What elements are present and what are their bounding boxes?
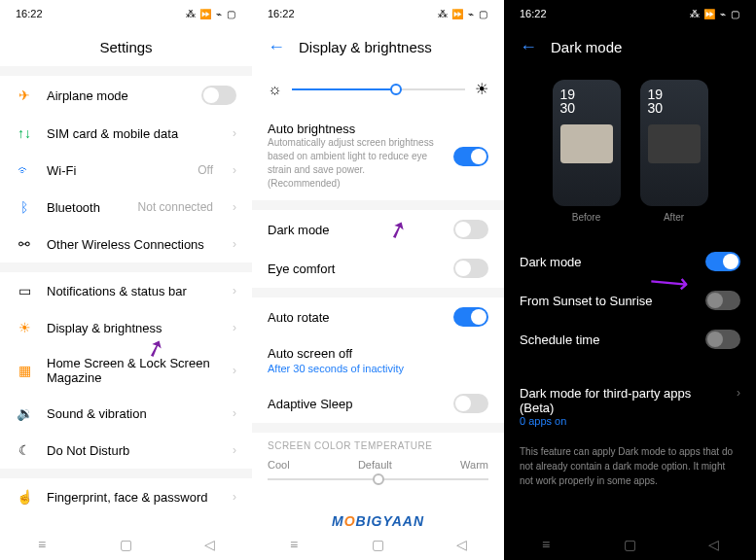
label: Fingerprint, face & password: [47, 490, 219, 505]
label: Eye comfort: [268, 262, 440, 276]
toggle-eye-comfort[interactable]: [453, 259, 488, 278]
divider: [252, 423, 504, 433]
status-icons: ⁂ ⏩ ⌁ ▢: [690, 9, 740, 19]
toggle-auto-rotate[interactable]: [453, 307, 488, 327]
sidebar-item[interactable]: ᯤWi-FiOff›: [0, 152, 252, 189]
fingerprint-face-password-icon: ☝: [16, 488, 33, 506]
toggle-auto-brightness[interactable]: [453, 147, 488, 166]
nav-recents-icon[interactable]: ≡: [34, 537, 50, 552]
temp-cool: Cool: [268, 459, 290, 471]
toggle-schedule[interactable]: [705, 330, 740, 349]
page-title: Display & brightness: [299, 39, 432, 55]
label: Wi-Fi: [47, 163, 184, 178]
brightness-slider[interactable]: [292, 88, 465, 90]
settings-list: ✈Airplane mode↑↓SIM card & mobile data›ᯤ…: [0, 76, 252, 560]
temp-default: Default: [358, 459, 392, 471]
chevron-right-icon: ›: [233, 284, 236, 298]
phone-before: 19 30: [553, 80, 621, 206]
label: Auto screen off: [268, 346, 352, 361]
back-icon[interactable]: ←: [268, 37, 285, 57]
row-auto-brightness[interactable]: Auto brightness Automatically adjust scr…: [252, 112, 504, 200]
nav-home-icon[interactable]: ▢: [622, 537, 637, 552]
row-schedule-time[interactable]: Schedule time: [504, 320, 756, 359]
nav-bar: ≡ ▢ ◁: [0, 529, 252, 560]
nav-back-icon[interactable]: ◁: [706, 537, 722, 552]
status-bar: 16:22 ⁂ ⏩ ⌁ ▢: [0, 0, 252, 27]
phone-after: 19 30: [640, 80, 708, 206]
panel-dark-mode: 16:22 ⁂ ⏩ ⌁ ▢ ← Dark mode 19 30 Before 1…: [504, 0, 756, 560]
chevron-right-icon: ›: [233, 237, 236, 251]
label: From Sunset to Sunrise: [520, 294, 692, 308]
do-not-disturb-icon: ☾: [16, 441, 33, 459]
label: Home Screen & Lock Screen Magazine: [47, 356, 219, 385]
row-auto-rotate[interactable]: Auto rotate: [252, 298, 504, 336]
panel-settings: 16:22 ⁂ ⏩ ⌁ ▢ Settings ✈Airplane mode↑↓S…: [0, 0, 252, 560]
chevron-right-icon: ›: [233, 126, 236, 140]
row-adaptive-sleep[interactable]: Adaptive Sleep: [252, 384, 504, 423]
status-icons: ⁂ ⏩ ⌁ ▢: [186, 9, 236, 19]
toggle-dark-mode[interactable]: [705, 252, 740, 271]
nav-home-icon[interactable]: ▢: [370, 537, 385, 552]
row-dark-mode[interactable]: Dark mode: [504, 242, 756, 281]
divider: [0, 66, 252, 76]
back-icon[interactable]: ←: [520, 37, 537, 57]
chevron-right-icon: ›: [233, 163, 236, 177]
status-time: 16:22: [268, 8, 295, 19]
label: Auto brightness: [268, 122, 440, 136]
chevron-right-icon: ›: [233, 490, 236, 504]
divider: [504, 228, 756, 242]
sidebar-item[interactable]: ☾Do Not Disturb›: [0, 432, 252, 469]
label: Airplane mode: [47, 88, 188, 103]
temp-warm: Warm: [460, 459, 488, 471]
nav-back-icon[interactable]: ◁: [454, 537, 470, 552]
label: Sound & vibration: [47, 406, 219, 421]
nav-back-icon[interactable]: ◁: [202, 537, 218, 552]
toggle-adaptive-sleep[interactable]: [453, 394, 488, 413]
divider: [0, 262, 252, 272]
sidebar-item[interactable]: ᛒBluetoothNot connected›: [0, 189, 252, 226]
status-icons: ⁂ ⏩ ⌁ ▢: [438, 9, 488, 19]
sidebar-item[interactable]: ▭Notifications & status bar›: [0, 272, 252, 309]
toggle[interactable]: [201, 86, 236, 105]
home-screen-lock-screen-magazine-icon: ▦: [16, 362, 33, 379]
chevron-right-icon: ›: [233, 443, 236, 457]
phone-time: 19 30: [560, 88, 613, 115]
label: Dark mode: [520, 255, 692, 269]
chevron-right-icon: ›: [233, 200, 236, 214]
panel-display-brightness: 16:22 ⁂ ⏩ ⌁ ▢ ← Display & brightness ☼ ☀…: [252, 0, 504, 560]
nav-home-icon[interactable]: ▢: [118, 537, 133, 552]
page-title: Dark mode: [551, 39, 622, 55]
label: Notifications & status bar: [47, 284, 219, 298]
sidebar-item[interactable]: ↑↓SIM card & mobile data›: [0, 115, 252, 152]
chevron-right-icon: ›: [233, 364, 236, 377]
nav-recents-icon[interactable]: ≡: [538, 537, 554, 552]
row-eye-comfort[interactable]: Eye comfort: [252, 249, 504, 288]
sidebar-item[interactable]: ☀Display & brightness›: [0, 309, 252, 346]
brightness-low-icon: ☼: [268, 81, 282, 98]
display-brightness-icon: ☀: [16, 319, 33, 336]
toggle-dark-mode[interactable]: [453, 220, 488, 239]
preview-before: 19 30 Before: [553, 80, 621, 223]
sidebar-item[interactable]: ✈Airplane mode: [0, 76, 252, 115]
bluetooth-icon: ᛒ: [16, 198, 33, 216]
label: SIM card & mobile data: [47, 126, 219, 141]
row-sunset-sunrise[interactable]: From Sunset to Sunrise: [504, 281, 756, 320]
other-wireless-connections-icon: ⚯: [16, 235, 33, 253]
divider: [252, 288, 504, 298]
header: Settings: [0, 27, 252, 66]
sidebar-item[interactable]: ☝Fingerprint, face & password›: [0, 478, 252, 515]
sidebar-item[interactable]: ▦Home Screen & Lock Screen Magazine›: [0, 346, 252, 395]
row-third-party-beta[interactable]: Dark mode for third-party apps (Beta) 0 …: [504, 376, 756, 437]
nav-recents-icon[interactable]: ≡: [286, 537, 302, 552]
status-bar: 16:22 ⁂ ⏩ ⌁ ▢: [252, 0, 504, 27]
toggle-sunset[interactable]: [705, 291, 740, 310]
row-auto-screen-off[interactable]: Auto screen off After 30 seconds of inac…: [252, 336, 504, 384]
sub-value: 0 apps on: [520, 415, 723, 427]
temp-slider[interactable]: [252, 474, 504, 490]
preview-label-after: After: [664, 212, 684, 223]
sidebar-item[interactable]: 🔉Sound & vibration›: [0, 395, 252, 432]
section-title: SCREEN COLOR TEMPERATURE: [252, 433, 504, 455]
label: Auto rotate: [268, 310, 440, 325]
row-dark-mode[interactable]: Dark mode: [252, 210, 504, 249]
sidebar-item[interactable]: ⚯Other Wireless Connections›: [0, 226, 252, 262]
